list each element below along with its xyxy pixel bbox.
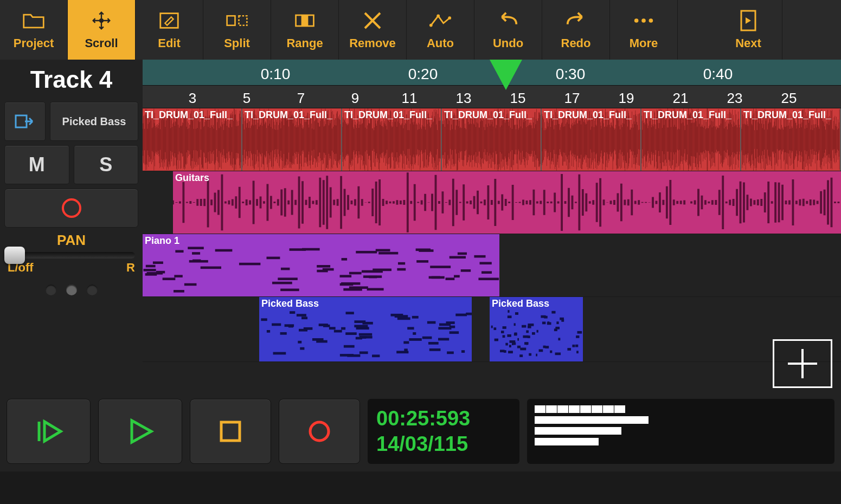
tool-label: Range	[286, 36, 323, 50]
auto-button[interactable]: Auto	[407, 0, 474, 60]
undo-button[interactable]: Undo	[474, 0, 542, 60]
next-button[interactable]: Next	[715, 0, 782, 60]
drum-clip[interactable]: TI_DRUM_01_Full_	[242, 108, 342, 171]
record-button[interactable]	[279, 399, 360, 464]
toolbar: Project Scroll Edit Split Range Remove	[0, 0, 841, 60]
edit-button[interactable]: Edit	[136, 0, 203, 60]
piano-lane[interactable]: Piano 1	[143, 234, 841, 297]
time-tick-label: 0:30	[556, 66, 586, 83]
sidebar-pager[interactable]	[0, 275, 143, 305]
svg-rect-140	[341, 327, 345, 330]
svg-point-207	[310, 422, 329, 441]
transport-bar: 00:25:593 14/03/115	[0, 391, 841, 471]
play-icon	[126, 417, 155, 445]
pencil-icon	[158, 9, 181, 32]
svg-point-0	[100, 19, 103, 22]
bass-clip[interactable]: Picked Bass	[490, 297, 583, 361]
clip-label: TI_DRUM_01_Full_	[544, 109, 632, 121]
svg-point-7	[436, 15, 440, 18]
drum-clip[interactable]: TI_DRUM_01_Full_	[641, 108, 741, 171]
page-dot[interactable]	[66, 285, 77, 295]
track-name-button[interactable]: Picked Bass	[50, 102, 138, 141]
bar-tick-label: 17	[564, 90, 580, 107]
svg-rect-152	[505, 343, 508, 346]
redo-button[interactable]: Redo	[542, 0, 610, 60]
svg-rect-2	[227, 16, 235, 25]
tool-label: Undo	[493, 36, 523, 50]
stop-button[interactable]	[190, 399, 271, 464]
add-track-button[interactable]	[773, 339, 832, 388]
svg-rect-108	[428, 342, 439, 345]
bass-clip[interactable]: Picked Bass	[259, 297, 472, 361]
svg-rect-79	[397, 268, 406, 271]
play-from-start-button[interactable]	[7, 399, 91, 464]
track-output-button[interactable]	[4, 102, 46, 141]
svg-rect-101	[316, 340, 328, 343]
drum-lane[interactable]: TI_DRUM_01_Full_TI_DRUM_01_Full_TI_DRUM_…	[143, 108, 841, 171]
range-button[interactable]: Range	[271, 0, 339, 60]
drum-clip[interactable]: TI_DRUM_01_Full_	[542, 108, 641, 171]
play-start-icon	[34, 416, 64, 447]
svg-rect-78	[341, 282, 360, 285]
svg-rect-197	[495, 339, 498, 341]
svg-rect-190	[541, 315, 545, 318]
piano-clip[interactable]: Piano 1	[143, 234, 499, 296]
svg-rect-115	[412, 316, 419, 319]
svg-rect-193	[537, 330, 538, 333]
svg-rect-146	[517, 338, 519, 341]
svg-rect-29	[458, 253, 467, 255]
svg-rect-97	[397, 317, 410, 320]
tool-label: Next	[735, 36, 761, 50]
play-button[interactable]	[98, 399, 182, 464]
playhead[interactable]	[490, 60, 522, 90]
drum-clip[interactable]: TI_DRUM_01_Full_	[741, 108, 841, 171]
svg-rect-38	[163, 277, 176, 280]
solo-button[interactable]: S	[74, 145, 139, 184]
svg-rect-91	[359, 333, 372, 336]
page-dot[interactable]	[87, 285, 98, 295]
pan-knob[interactable]	[4, 247, 25, 264]
svg-rect-200	[555, 352, 561, 355]
bar-tick-label: 13	[456, 90, 472, 107]
svg-rect-56	[478, 277, 499, 280]
bass-lane[interactable]: Picked BassPicked Bass	[143, 297, 841, 362]
svg-rect-191	[522, 325, 526, 328]
svg-rect-132	[345, 312, 354, 314]
remove-button[interactable]: Remove	[339, 0, 407, 60]
bar-tick-label: 19	[619, 90, 634, 107]
split-button[interactable]: Split	[203, 0, 271, 60]
mute-button[interactable]: M	[4, 145, 69, 184]
drum-clip[interactable]: TI_DRUM_01_Full_	[143, 108, 242, 171]
project-button[interactable]: Project	[0, 0, 68, 60]
timeline[interactable]: 0:100:200:300:40 35791113151719212325 TI…	[143, 60, 841, 391]
svg-rect-171	[529, 353, 531, 356]
guitar-lane[interactable]: Guitars	[143, 171, 841, 234]
svg-rect-96	[334, 330, 342, 333]
record-arm-button[interactable]	[4, 189, 138, 228]
page-dot[interactable]	[46, 285, 56, 295]
svg-rect-54	[450, 256, 466, 259]
svg-rect-44	[429, 276, 440, 279]
drum-clip[interactable]: TI_DRUM_01_Full_	[342, 108, 442, 171]
bar-tick-label: 21	[673, 90, 689, 107]
svg-rect-179	[503, 326, 506, 329]
scroll-button[interactable]: Scroll	[68, 0, 136, 60]
svg-rect-93	[438, 327, 451, 329]
svg-rect-111	[359, 351, 368, 354]
svg-rect-72	[290, 248, 306, 251]
time-tick-label: 0:40	[703, 66, 733, 83]
level-meters	[527, 399, 834, 464]
svg-rect-110	[267, 330, 270, 333]
drum-clip[interactable]: TI_DRUM_01_Full_	[442, 108, 542, 171]
svg-rect-66	[278, 277, 298, 280]
svg-rect-68	[430, 266, 451, 268]
more-button[interactable]: More	[610, 0, 678, 60]
svg-rect-144	[409, 338, 421, 341]
guitar-clip[interactable]: Guitars	[173, 171, 841, 234]
svg-rect-158	[509, 340, 515, 343]
pan-slider[interactable]	[0, 249, 143, 260]
clip-label: Guitars	[175, 172, 209, 184]
stop-icon	[217, 418, 243, 444]
clip-label: TI_DRUM_01_Full_	[145, 109, 233, 121]
svg-rect-5	[301, 15, 309, 26]
